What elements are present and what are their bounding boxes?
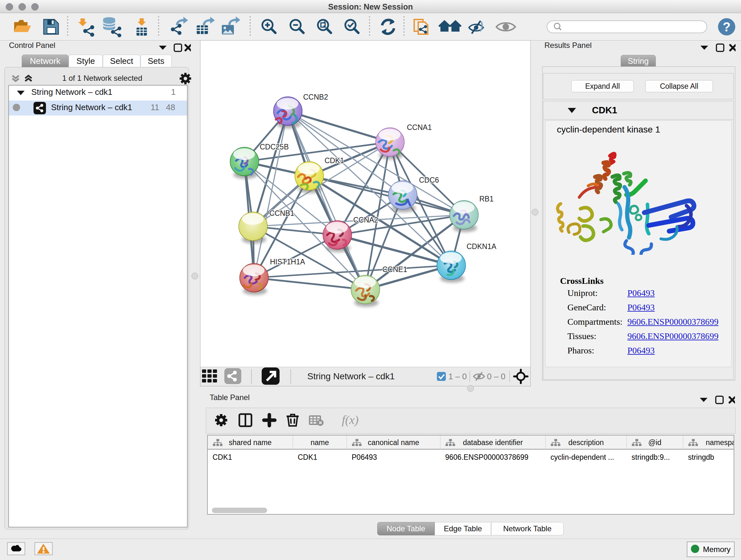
svg-text:CDC6: CDC6 [419, 176, 439, 184]
svg-text:CDK1: CDK1 [325, 157, 344, 165]
svg-text:HIST1H1A: HIST1H1A [270, 258, 306, 266]
svg-text:CCNA2: CCNA2 [353, 216, 378, 224]
svg-text:f(x): f(x) [342, 413, 359, 427]
svg-text:RB1: RB1 [479, 195, 494, 203]
svg-text:CDKN1A: CDKN1A [467, 242, 496, 251]
svg-text:1 – 0: 1 – 0 [448, 372, 467, 381]
svg-text:CCNB2: CCNB2 [303, 93, 328, 101]
svg-text:CDC25B: CDC25B [260, 143, 289, 151]
svg-text:0 – 0: 0 – 0 [487, 372, 506, 381]
svg-text:?: ? [723, 20, 731, 34]
svg-text:CCNA1: CCNA1 [407, 123, 432, 132]
svg-text:String Network – cdk1: String Network – cdk1 [307, 371, 395, 381]
svg-text:CCNB1: CCNB1 [269, 209, 294, 217]
svg-text:CCNE1: CCNE1 [382, 265, 407, 273]
